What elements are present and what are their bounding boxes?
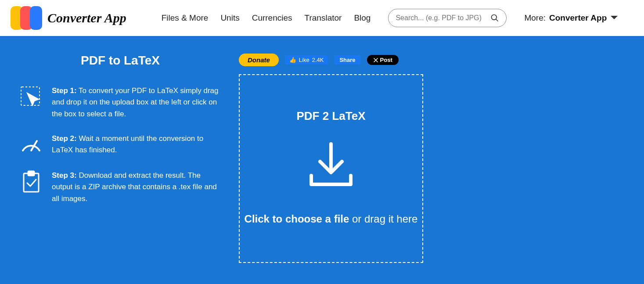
page-title: PDF to LaTeX [19,54,221,68]
chevron-down-icon [610,15,618,21]
step-1-text: Step 1: To convert your PDF to LaTeX sim… [52,85,221,120]
step-2: Step 2: Wait a moment until the conversi… [19,133,221,157]
dropzone-main-text: Click to choose a file [245,213,349,225]
nav-files[interactable]: Files & More [162,13,209,23]
nav-translator[interactable]: Translator [305,13,342,23]
step-1-label: Step 1: [52,86,77,95]
more-dropdown[interactable]: More: Converter App [524,13,618,23]
step-1-body: To convert your PDF to LaTeX simply drag… [52,86,219,118]
more-label: More: [524,13,546,23]
svg-rect-5 [28,171,34,176]
step-3: Step 3: Download and extract the result.… [19,170,221,205]
nav-blog[interactable]: Blog [354,13,371,23]
main-nav: Files & More Units Currencies Translator… [162,13,371,23]
step-3-body: Download and extract the result. The out… [52,171,217,203]
search-container [388,9,507,27]
gauge-icon [19,133,43,157]
more-app-name: Converter App [549,13,607,23]
header: Converter App Files & More Units Currenc… [0,0,644,36]
svg-line-1 [496,19,498,22]
fb-share-button[interactable]: Share [334,55,360,65]
dropzone-sub-text: or drag it here [352,213,417,225]
nav-units[interactable]: Units [220,13,239,23]
fb-like-button[interactable]: 👍 Like 2.4K [285,55,328,65]
search-icon[interactable] [490,14,499,22]
cursor-icon [19,85,43,109]
thumbs-up-icon: 👍 [289,57,296,63]
social-row: Donate 👍 Like 2.4K Share Post [239,54,625,66]
fb-like-label: Like [299,57,309,63]
main-content: PDF to LaTeX Step 1: To convert your PDF… [0,36,644,284]
file-dropzone[interactable]: PDF 2 LaTeX Click to choose a file or dr… [239,74,423,263]
x-icon [373,58,378,63]
donate-button[interactable]: Donate [239,54,279,66]
logo[interactable]: Converter App [11,6,126,30]
step-1: Step 1: To convert your PDF to LaTeX sim… [19,85,221,120]
instructions-column: PDF to LaTeX Step 1: To convert your PDF… [19,54,221,263]
dropzone-title: PDF 2 LaTeX [296,109,365,123]
svg-point-0 [492,15,497,20]
nav-currencies[interactable]: Currencies [252,13,292,23]
dropzone-text: Click to choose a file or drag it here [245,211,418,227]
logo-text: Converter App [47,11,126,25]
search-input[interactable] [396,14,490,22]
step-2-label: Step 2: [52,134,77,143]
upload-column: Donate 👍 Like 2.4K Share Post PDF 2 LaTe… [239,54,625,263]
step-2-text: Step 2: Wait a moment until the conversi… [52,133,221,157]
step-3-text: Step 3: Download and extract the result.… [52,170,221,205]
x-post-button[interactable]: Post [367,55,399,65]
fb-like-count: 2.4K [312,57,324,63]
logo-icon [11,6,42,30]
download-icon [305,140,357,189]
clipboard-check-icon [19,170,43,194]
step-3-label: Step 3: [52,171,77,180]
x-post-label: Post [380,57,392,63]
